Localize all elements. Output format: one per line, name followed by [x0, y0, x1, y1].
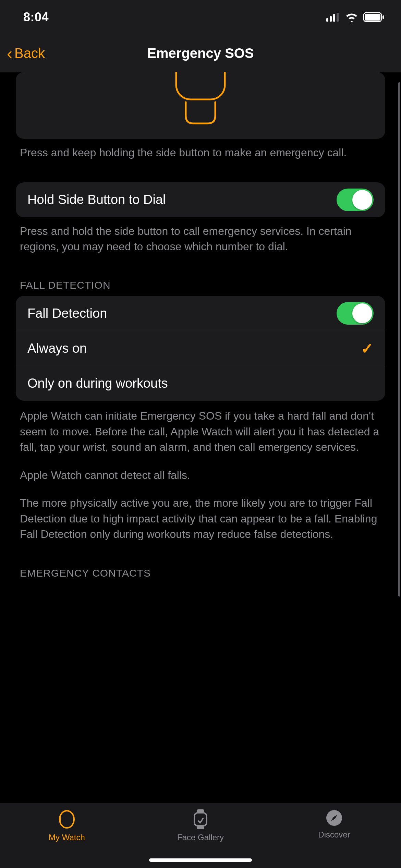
hold-side-button-toggle[interactable] — [337, 189, 374, 211]
hold-side-button-row[interactable]: Hold Side Button to Dial — [16, 182, 385, 217]
fall-detection-row[interactable]: Fall Detection — [16, 296, 385, 331]
svg-rect-10 — [197, 809, 204, 812]
hold-side-button-label: Hold Side Button to Dial — [27, 192, 166, 207]
svg-rect-5 — [365, 14, 380, 21]
tab-discover-label: Discover — [318, 830, 350, 840]
nav-bar: ‹ Back Emergency SOS — [0, 34, 401, 72]
fall-footer-text: Apple Watch can initiate Emergency SOS i… — [16, 401, 385, 542]
fall-option-always-label: Always on — [27, 341, 87, 356]
fall-option-always[interactable]: Always on ✓ — [16, 331, 385, 366]
hold-footer-text: Press and hold the side button to call e… — [16, 217, 385, 254]
svg-point-8 — [60, 811, 74, 828]
face-gallery-icon — [193, 809, 208, 829]
svg-rect-1 — [330, 16, 332, 22]
battery-icon — [363, 12, 385, 22]
emergency-contacts-header: EMERGENCY CONTACTS — [16, 542, 385, 584]
status-time: 8:04 — [23, 10, 49, 24]
fall-detection-header: FALL DETECTION — [16, 254, 385, 296]
status-bar: 8:04 — [0, 0, 401, 34]
tab-my-watch[interactable]: My Watch — [0, 803, 134, 868]
status-icons — [326, 12, 385, 22]
svg-rect-9 — [59, 817, 61, 822]
watch-illustration-card — [16, 72, 385, 139]
fall-option-workouts-label: Only on during workouts — [27, 376, 168, 391]
svg-rect-7 — [176, 72, 225, 99]
watch-outline-icon — [168, 72, 233, 127]
tab-bar: My Watch Face Gallery Discover — [0, 803, 401, 868]
svg-rect-12 — [194, 813, 207, 826]
svg-rect-0 — [326, 18, 328, 22]
fall-detection-toggle[interactable] — [337, 302, 374, 325]
wifi-icon — [345, 12, 359, 22]
svg-rect-11 — [197, 826, 204, 829]
svg-rect-3 — [337, 13, 339, 22]
compass-icon — [326, 809, 343, 827]
scroll-view[interactable]: Press and keep holding the side button t… — [0, 72, 401, 803]
back-button[interactable]: ‹ Back — [0, 44, 45, 63]
scrollbar-thumb[interactable] — [398, 82, 400, 596]
watch-icon — [58, 809, 75, 829]
svg-rect-2 — [333, 14, 335, 22]
tab-my-watch-label: My Watch — [49, 833, 85, 842]
cellular-icon — [326, 13, 340, 22]
svg-rect-6 — [382, 15, 384, 19]
tab-discover[interactable]: Discover — [267, 803, 401, 868]
hero-footer-text: Press and keep holding the side button t… — [16, 139, 385, 160]
checkmark-icon: ✓ — [361, 340, 374, 357]
tab-face-gallery-label: Face Gallery — [177, 833, 224, 842]
fall-detection-label: Fall Detection — [27, 306, 107, 321]
page-title: Emergency SOS — [0, 46, 401, 61]
back-label: Back — [14, 46, 45, 61]
chevron-left-icon: ‹ — [7, 44, 12, 63]
home-indicator[interactable] — [149, 858, 252, 862]
fall-option-workouts[interactable]: Only on during workouts — [16, 366, 385, 401]
